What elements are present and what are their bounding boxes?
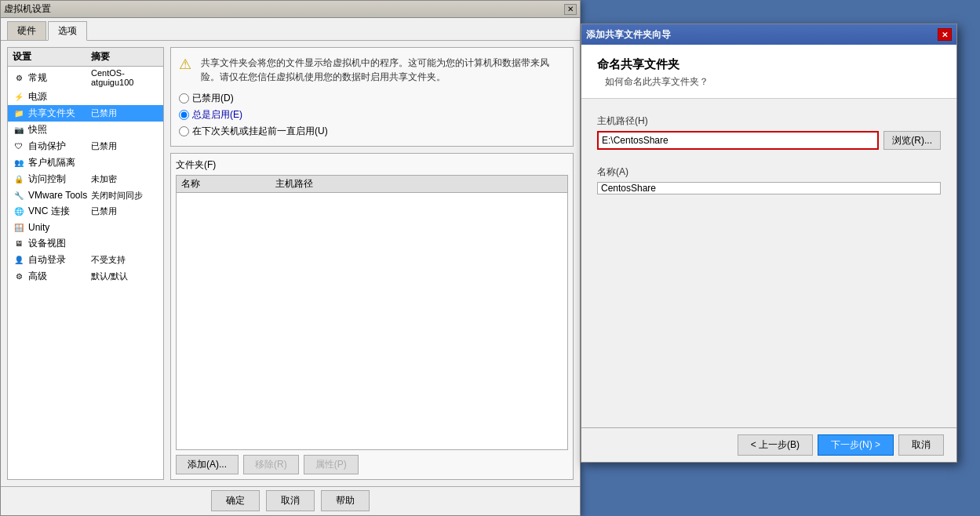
settings-item-高级[interactable]: ⚙高级默认/默认 bbox=[8, 268, 163, 285]
vm-dialog-title: 虚拟机设置 bbox=[4, 2, 51, 16]
settings-item-name: 电源 bbox=[28, 90, 91, 104]
settings-item-name: 共享文件夹 bbox=[28, 107, 91, 120]
file-table-buttons: 添加(A)... 移除(R) 属性(P) bbox=[176, 455, 568, 474]
settings-item-电源[interactable]: ⚡电源 bbox=[8, 89, 163, 105]
settings-item-name: VNC 连接 bbox=[28, 205, 91, 218]
wizard-cancel-button[interactable]: 取消 bbox=[898, 434, 944, 456]
settings-item-icon: ⚙ bbox=[13, 271, 25, 283]
settings-item-快照[interactable]: 📷快照 bbox=[8, 122, 163, 138]
settings-item-name: 访问控制 bbox=[28, 173, 91, 186]
radio-always[interactable]: 总是启用(E) bbox=[179, 108, 565, 122]
file-header-name: 名称 bbox=[181, 177, 275, 191]
file-section-label: 文件夹(F) bbox=[176, 158, 568, 172]
settings-item-共享文件夹[interactable]: 📁共享文件夹已禁用 bbox=[8, 105, 163, 122]
settings-item-Unity[interactable]: 🪟Unity bbox=[8, 220, 163, 235]
settings-item-name: 自动登录 bbox=[28, 253, 91, 267]
settings-item-自动登录[interactable]: 👤自动登录不受支持 bbox=[8, 252, 163, 268]
settings-item-name: 自动保护 bbox=[28, 140, 91, 153]
radio-group: 已禁用(D) 总是启用(E) 在下次关机或挂起前一直启用(U) bbox=[179, 92, 565, 138]
settings-item-name: 客户机隔离 bbox=[28, 156, 91, 169]
wizard-header-title: 命名共享文件夹 bbox=[597, 57, 941, 72]
settings-item-value: 不受支持 bbox=[91, 254, 158, 266]
settings-item-name: 设备视图 bbox=[28, 237, 91, 250]
settings-item-icon: 🔧 bbox=[13, 189, 25, 202]
host-path-input[interactable] bbox=[597, 131, 879, 150]
prev-button[interactable]: < 上一步(B) bbox=[738, 434, 813, 456]
dialog-footer: 确定 取消 帮助 bbox=[1, 486, 580, 514]
file-header-path: 主机路径 bbox=[275, 177, 563, 191]
settings-item-value: 已禁用 bbox=[91, 107, 158, 119]
radio-disabled-input[interactable] bbox=[179, 93, 189, 104]
radio-disabled-label: 已禁用(D) bbox=[192, 92, 234, 105]
host-path-field: 主机路径(H) 浏览(R)... bbox=[597, 114, 941, 150]
vm-dialog-close-button[interactable]: ✕ bbox=[564, 4, 577, 15]
settings-items-container: ⚙常规CentOS-atguigu100⚡电源📁共享文件夹已禁用📷快照🛡自动保护… bbox=[8, 67, 163, 285]
settings-item-value: CentOS-atguigu100 bbox=[91, 68, 158, 87]
settings-item-icon: ⚡ bbox=[13, 91, 25, 104]
host-path-label: 主机路径(H) bbox=[597, 114, 941, 128]
settings-item-客户机隔离[interactable]: 👥客户机隔离 bbox=[8, 154, 163, 171]
host-path-row: 浏览(R)... bbox=[597, 131, 941, 150]
settings-item-value: 已禁用 bbox=[91, 205, 158, 217]
settings-item-name: 常规 bbox=[28, 71, 91, 85]
vm-settings-dialog: 虚拟机设置 ✕ 硬件 选项 设置 摘要 ⚙常规CentOS-atguigu100… bbox=[0, 0, 581, 516]
remove-button[interactable]: 移除(R) bbox=[243, 455, 299, 474]
settings-item-icon: 👥 bbox=[13, 157, 25, 169]
settings-item-icon: 🌐 bbox=[13, 205, 25, 218]
dialog-body: 设置 摘要 ⚙常规CentOS-atguigu100⚡电源📁共享文件夹已禁用📷快… bbox=[1, 41, 580, 486]
add-button[interactable]: 添加(A)... bbox=[176, 455, 239, 474]
warning-box: ⚠ 共享文件夹会将您的文件显示给虚拟机中的程序。这可能为您的计算机和数据带来风险… bbox=[179, 56, 565, 84]
tab-options[interactable]: 选项 bbox=[48, 21, 87, 41]
ok-button[interactable]: 确定 bbox=[211, 490, 260, 511]
radio-always-label: 总是启用(E) bbox=[192, 108, 242, 122]
radio-until-shutdown-input[interactable] bbox=[179, 126, 189, 136]
file-table-header: 名称 主机路径 bbox=[177, 176, 567, 193]
settings-item-icon: 🛡 bbox=[13, 140, 25, 153]
share-section: ⚠ 共享文件夹会将您的文件显示给虚拟机中的程序。这可能为您的计算机和数据带来风险… bbox=[170, 47, 574, 147]
radio-always-input[interactable] bbox=[179, 110, 189, 120]
radio-until-shutdown-label: 在下次关机或挂起前一直启用(U) bbox=[192, 125, 328, 138]
settings-item-name: 高级 bbox=[28, 270, 91, 283]
right-panel: ⚠ 共享文件夹会将您的文件显示给虚拟机中的程序。这可能为您的计算机和数据带来风险… bbox=[170, 47, 574, 480]
warning-text: 共享文件夹会将您的文件显示给虚拟机中的程序。这可能为您的计算机和数据带来风险。请… bbox=[201, 56, 565, 84]
settings-item-自动保护[interactable]: 🛡自动保护已禁用 bbox=[8, 138, 163, 154]
warning-icon: ⚠ bbox=[179, 56, 195, 71]
settings-item-访问控制[interactable]: 🔒访问控制未加密 bbox=[8, 171, 163, 187]
radio-until-shutdown[interactable]: 在下次关机或挂起前一直启用(U) bbox=[179, 125, 565, 138]
settings-item-VMware-Tools[interactable]: 🔧VMware Tools关闭时间同步 bbox=[8, 187, 163, 203]
next-button[interactable]: 下一步(N) > bbox=[818, 434, 894, 456]
file-table: 名称 主机路径 bbox=[176, 175, 568, 450]
radio-disabled[interactable]: 已禁用(D) bbox=[179, 92, 565, 105]
tab-hardware[interactable]: 硬件 bbox=[7, 21, 46, 40]
settings-item-name: Unity bbox=[28, 222, 91, 233]
settings-item-icon: 🪟 bbox=[13, 221, 25, 234]
wizard-header: 命名共享文件夹 如何命名此共享文件夹？ bbox=[581, 45, 956, 99]
settings-item-icon: 🖥 bbox=[13, 238, 25, 250]
wizard-title: 添加共享文件夹向导 bbox=[586, 28, 671, 42]
settings-item-name: 快照 bbox=[28, 123, 91, 136]
settings-item-value: 关闭时间同步 bbox=[91, 190, 158, 202]
header-summary: 摘要 bbox=[91, 50, 158, 64]
settings-item-name: VMware Tools bbox=[28, 190, 91, 201]
properties-button[interactable]: 属性(P) bbox=[304, 455, 359, 474]
name-field: 名称(A) bbox=[597, 165, 941, 194]
wizard-header-sub: 如何命名此共享文件夹？ bbox=[597, 75, 941, 89]
settings-list: 设置 摘要 ⚙常规CentOS-atguigu100⚡电源📁共享文件夹已禁用📷快… bbox=[7, 47, 164, 480]
wizard-body: 主机路径(H) 浏览(R)... 名称(A) bbox=[581, 99, 956, 210]
wizard-close-button[interactable]: ✕ bbox=[938, 28, 952, 41]
settings-list-header: 设置 摘要 bbox=[8, 48, 163, 67]
settings-item-设备视图[interactable]: 🖥设备视图 bbox=[8, 235, 163, 252]
settings-item-icon: 📁 bbox=[13, 107, 25, 120]
name-input[interactable] bbox=[597, 182, 941, 194]
settings-item-常规[interactable]: ⚙常规CentOS-atguigu100 bbox=[8, 67, 163, 89]
settings-item-value: 未加密 bbox=[91, 173, 158, 185]
name-label: 名称(A) bbox=[597, 165, 941, 179]
wizard-titlebar: 添加共享文件夹向导 ✕ bbox=[581, 24, 956, 45]
help-button[interactable]: 帮助 bbox=[321, 490, 370, 511]
cancel-button[interactable]: 取消 bbox=[266, 490, 315, 511]
wizard-dialog: 添加共享文件夹向导 ✕ 命名共享文件夹 如何命名此共享文件夹？ 主机路径(H) … bbox=[581, 24, 957, 463]
settings-item-VNC-连接[interactable]: 🌐VNC 连接已禁用 bbox=[8, 203, 163, 220]
header-setting: 设置 bbox=[13, 50, 91, 64]
file-section: 文件夹(F) 名称 主机路径 添加(A)... 移除(R) 属性(P) bbox=[170, 153, 574, 480]
browse-button[interactable]: 浏览(R)... bbox=[883, 131, 941, 150]
